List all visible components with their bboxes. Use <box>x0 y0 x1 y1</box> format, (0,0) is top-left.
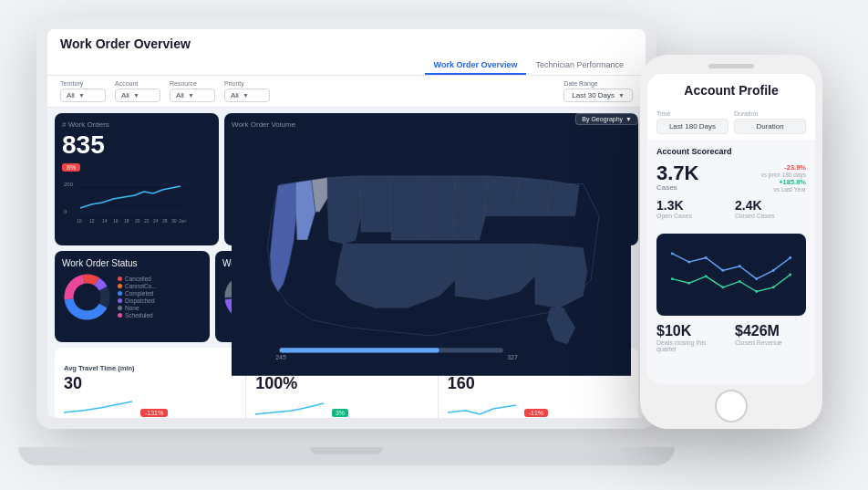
metric-travel-title: Avg Travel Time (min) <box>64 364 236 372</box>
metric-repair-value: 160 <box>448 375 620 391</box>
filter-date-range: Date Range Last 30 Days ▼ <box>563 80 633 102</box>
svg-text:0: 0 <box>64 209 67 214</box>
revenue-number: $426M <box>735 323 806 339</box>
date-range-select[interactable]: Last 30 Days ▼ <box>563 89 633 102</box>
map-title: Work Order Volume <box>232 120 295 129</box>
work-order-status-card: Work Order Status <box>55 251 210 342</box>
status-title: Work Order Status <box>62 258 202 268</box>
work-orders-chart: 200 0 10 12 <box>62 179 212 234</box>
date-range-arrow: ▼ <box>618 92 625 99</box>
svg-text:200: 200 <box>64 182 74 187</box>
phone-revenue-metric: $426M Closed Revenue <box>735 323 806 352</box>
legend-scheduled: Scheduled <box>118 312 157 318</box>
legend-none: None <box>118 305 157 311</box>
laptop-base <box>18 447 675 465</box>
svg-text:Jun: Jun <box>179 218 186 224</box>
svg-text:327: 327 <box>507 354 518 360</box>
phone-screen: Account Profile Time Last 180 Days Durat… <box>647 74 815 384</box>
svg-text:24: 24 <box>153 218 159 224</box>
line-chart-svg: 200 0 10 12 <box>62 179 190 234</box>
scorecard-change2: +185.8% <box>761 178 807 186</box>
svg-text:20: 20 <box>135 218 140 224</box>
open-cases-label: Open Cases <box>656 213 728 219</box>
account-label: Account <box>115 80 160 87</box>
scorecard-main-row: 3.7K Cases -23.9% vs prior 180 days +185… <box>656 163 806 193</box>
legend-cancelled: Cancelled <box>118 276 157 282</box>
dashboard-header: Work Order Overview Work Order Overview … <box>47 29 646 76</box>
tab-work-order-overview[interactable]: Work Order Overview <box>425 57 527 75</box>
priority-arrow: ▼ <box>243 92 249 99</box>
closed-cases-label: Closed Cases <box>735 213 806 219</box>
resource-label: Resource <box>170 80 215 87</box>
dashboard-tabs: Work Order Overview Technician Performan… <box>60 57 633 75</box>
phone-time-label: Time <box>656 110 728 117</box>
dashboard-filters: Territory All ▼ Account All ▼ <box>47 76 646 108</box>
work-orders-card: # Work Orders 835 8% 200 0 <box>55 113 219 245</box>
geo-toggle-arrow: ▼ <box>625 116 632 122</box>
phone-scorecard: Account Scorecard 3.7K Cases -23.9% vs p… <box>647 140 815 234</box>
tab-technician-performance[interactable]: Technician Performance <box>526 57 633 75</box>
legend-dispatched: Dispatched <box>118 297 157 304</box>
svg-rect-17 <box>280 348 439 352</box>
territory-select[interactable]: All ▼ <box>60 89 106 102</box>
scorecard-cases-label: Cases <box>656 183 698 192</box>
status-donut-svg <box>62 272 112 322</box>
scorecard-change2-sub: vs Last Year <box>761 186 807 193</box>
scene: Work Order Overview Work Order Overview … <box>0 0 868 490</box>
work-orders-badge: 8% <box>62 163 80 172</box>
laptop: Work Order Overview Work Order Overview … <box>36 18 656 465</box>
work-orders-title: # Work Orders <box>62 120 212 129</box>
status-legend: Cancelled CannotCo... Comp <box>118 276 157 318</box>
scorecard-cases-number: 3.7K <box>656 163 698 183</box>
geo-toggle[interactable]: By Geography ▼ <box>575 113 638 125</box>
legend-completed: Completed <box>118 290 157 297</box>
scorecard-title: Account Scorecard <box>656 147 806 156</box>
svg-text:22: 22 <box>144 218 150 224</box>
map-card: Work Order Volume By Geography ▼ <box>224 113 638 245</box>
phone-time-control: Time Last 180 Days <box>656 110 728 134</box>
laptop-screen: Work Order Overview Work Order Overview … <box>47 29 646 418</box>
phone-duration-label: Duration <box>734 110 806 117</box>
usa-map-container: 245 327 <box>232 136 631 376</box>
scorecard-main-left: 3.7K Cases <box>656 163 698 192</box>
revenue-label: Closed Revenue <box>735 339 806 346</box>
scorecard-open-cases: 1.3K Open Cases <box>656 198 728 219</box>
territory-arrow: ▼ <box>78 92 85 99</box>
deals-number: $10K <box>656 323 728 339</box>
phone-time-btn[interactable]: Last 180 Days <box>656 119 728 134</box>
scorecard-main-right: -23.9% vs prior 180 days +185.8% vs Last… <box>761 163 807 193</box>
phone-chart-svg <box>664 241 799 308</box>
phone-bottom-row: $10K Deals closing this quarter $426M Cl… <box>647 323 815 352</box>
svg-text:10: 10 <box>77 218 82 224</box>
dashboard-main: # Work Orders 835 8% 200 0 <box>47 108 646 418</box>
phone-deals-metric: $10K Deals closing this quarter <box>656 323 728 352</box>
date-range-label: Date Range <box>563 80 633 87</box>
phone-body: Account Profile Time Last 180 Days Durat… <box>640 55 822 429</box>
open-cases-number: 1.3K <box>656 198 728 213</box>
svg-text:245: 245 <box>275 354 286 360</box>
priority-select[interactable]: All ▼ <box>224 89 270 102</box>
metric-repair-svg <box>448 394 521 417</box>
phone: Account Profile Time Last 180 Days Durat… <box>640 55 822 429</box>
phone-home-button[interactable] <box>715 390 748 422</box>
metric-travel-svg <box>64 394 137 417</box>
scorecard-change1: -23.9% <box>761 163 807 172</box>
account-arrow: ▼ <box>133 92 140 99</box>
scorecard-change1-sub: vs prior 180 days <box>761 172 807 178</box>
account-select[interactable]: All ▼ <box>115 89 160 102</box>
metric-fix-badge: 3% <box>332 409 347 417</box>
phone-app-title: Account Profile <box>658 83 804 98</box>
phone-duration-btn[interactable]: Duration <box>734 119 806 134</box>
phone-chart-area <box>656 234 806 316</box>
work-orders-count: 835 <box>62 132 212 158</box>
status-donut: Cancelled CannotCo... Comp <box>62 272 202 322</box>
dashboard-row1: # Work Orders 835 8% 200 0 <box>55 113 638 245</box>
filter-resource: Resource All ▼ <box>170 80 215 102</box>
deals-label: Deals closing this quarter <box>656 339 728 352</box>
metric-fix-svg <box>255 394 328 417</box>
phone-duration-control: Duration Duration <box>734 110 806 134</box>
svg-text:12: 12 <box>89 218 95 224</box>
resource-select[interactable]: All ▼ <box>170 89 215 102</box>
svg-text:30: 30 <box>171 218 177 224</box>
metric-travel-time: Avg Travel Time (min) 30 -131% <box>64 364 246 418</box>
